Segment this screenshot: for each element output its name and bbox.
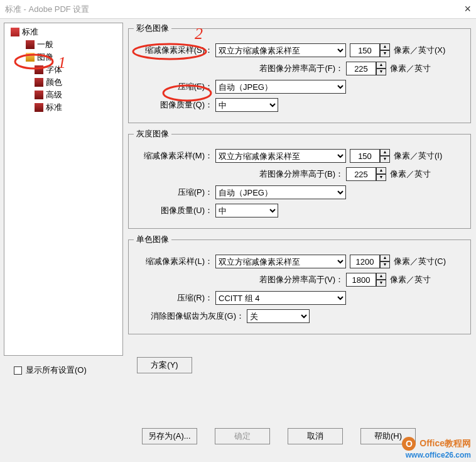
compress-select[interactable]: CCITT 组 4 <box>215 291 346 305</box>
tree-root-item[interactable]: 标准 <box>8 26 122 38</box>
unit-label: 像素／英寸(C) <box>390 256 446 267</box>
watermark-title: Office教程网 <box>419 438 471 448</box>
above-label: 若图像分辨率高于(B)： <box>134 168 346 180</box>
checkbox-icon[interactable] <box>14 366 22 375</box>
unit-label: 像素／英寸 <box>386 63 431 74</box>
compress-select[interactable]: 自动（JPEG） <box>215 185 346 199</box>
saveas-button[interactable]: 另存为(A)... <box>142 428 197 444</box>
above-label: 若图像分辨率高于(F)： <box>134 63 346 74</box>
cancel-button[interactable]: 取消 <box>288 428 343 444</box>
compress-label: 压缩(P)： <box>134 187 215 198</box>
ok-button[interactable]: 确定 <box>215 428 270 444</box>
downsample-ppi-input[interactable] <box>350 149 380 163</box>
group-color-images: 彩色图像 缩减像素采样(S)： 双立方缩减像素采样至 ▲▼ 像素／英寸(X) 若… <box>128 23 471 123</box>
compress-select[interactable]: 自动（JPEG） <box>215 80 346 94</box>
node-icon <box>35 91 43 99</box>
tree-item-label: 颜色 <box>46 77 62 88</box>
tree-root-label: 标准 <box>22 26 38 38</box>
above-ppi-input[interactable] <box>346 167 376 181</box>
antialias-label: 消除图像锯齿为灰度(G)： <box>134 311 247 322</box>
watermark-url: www.office26.com <box>402 451 471 459</box>
unit-label: 像素／英寸 <box>386 274 431 285</box>
watermark: O Office教程网 www.office26.com <box>402 437 471 459</box>
group-legend: 单色图像 <box>134 234 171 245</box>
node-icon <box>35 65 43 74</box>
unit-label: 像素／英寸(I) <box>390 150 442 162</box>
downsample-select[interactable]: 双立方缩减像素采样至 <box>215 149 346 163</box>
quality-select[interactable]: 中 <box>215 204 278 217</box>
tree-item-label: 图像 <box>37 52 53 63</box>
quality-select[interactable]: 中 <box>215 98 278 112</box>
window-title: 标准 - Adobe PDF 设置 <box>5 4 464 15</box>
node-icon <box>35 103 43 112</box>
downsample-select[interactable]: 双立方缩减像素采样至 <box>215 43 346 57</box>
sidebar: 标准 一般 图像 字体 颜色 高级 <box>4 23 123 356</box>
tree-item-colors[interactable]: 颜色 <box>8 76 122 89</box>
compress-label: 压缩(E)： <box>134 81 215 92</box>
close-icon[interactable]: × <box>464 3 471 16</box>
tree-item-fonts[interactable]: 字体 <box>8 63 122 76</box>
above-label: 若图像分辨率高于(V)： <box>134 274 346 285</box>
quality-label: 图像质量(Q)： <box>134 99 215 111</box>
downsample-ppi-input[interactable] <box>350 43 380 57</box>
downsample-label: 缩减像素采样(M)： <box>134 150 215 162</box>
tree-item-images[interactable]: 图像 <box>8 51 122 63</box>
show-all-row[interactable]: 显示所有设置(O) <box>14 365 87 376</box>
downsample-select[interactable]: 双立方缩减像素采样至 <box>215 255 346 268</box>
office-icon: O <box>402 437 416 451</box>
spinner[interactable]: ▲▼ <box>380 255 390 268</box>
group-gray-images: 灰度图像 缩减像素采样(M)： 双立方缩减像素采样至 ▲▼ 像素／英寸(I) 若… <box>128 128 471 229</box>
show-all-label: 显示所有设置(O) <box>26 365 87 376</box>
above-ppi-input[interactable] <box>346 62 376 75</box>
above-ppi-input[interactable] <box>346 273 376 287</box>
tree-item-label: 字体 <box>46 64 62 75</box>
folder-open-icon <box>26 53 35 62</box>
downsample-ppi-input[interactable] <box>350 255 380 268</box>
quality-label: 图像质量(U)： <box>134 205 215 216</box>
spinner[interactable]: ▲▼ <box>380 43 390 57</box>
group-mono-images: 单色图像 缩减像素采样(L)： 双立方缩减像素采样至 ▲▼ 像素／英寸(C) 若… <box>128 234 471 334</box>
tree-item-general[interactable]: 一般 <box>8 38 122 51</box>
spinner[interactable]: ▲▼ <box>376 62 386 75</box>
tree-item-label: 高级 <box>46 89 62 101</box>
group-legend: 彩色图像 <box>134 23 171 34</box>
spinner[interactable]: ▲▼ <box>376 167 386 181</box>
unit-label: 像素／英寸(X) <box>390 45 445 56</box>
scheme-button[interactable]: 方案(Y) <box>137 357 192 373</box>
tree-item-label: 一般 <box>37 39 53 50</box>
spinner[interactable]: ▲▼ <box>380 149 390 163</box>
node-icon <box>35 78 43 87</box>
group-legend: 灰度图像 <box>134 128 171 140</box>
titlebar: 标准 - Adobe PDF 设置 × <box>0 0 476 19</box>
compress-label: 压缩(R)： <box>134 292 215 304</box>
pdf-icon <box>11 28 19 36</box>
tree-item-standard[interactable]: 标准 <box>8 101 122 114</box>
antialias-select[interactable]: 关 <box>247 309 310 323</box>
node-icon <box>26 40 35 49</box>
tree-item-advanced[interactable]: 高级 <box>8 89 122 101</box>
downsample-label: 缩减像素采样(S)： <box>134 45 215 56</box>
unit-label: 像素／英寸 <box>386 168 431 180</box>
downsample-label: 缩减像素采样(L)： <box>134 256 215 267</box>
tree-item-label: 标准 <box>46 102 62 113</box>
spinner[interactable]: ▲▼ <box>376 273 386 287</box>
